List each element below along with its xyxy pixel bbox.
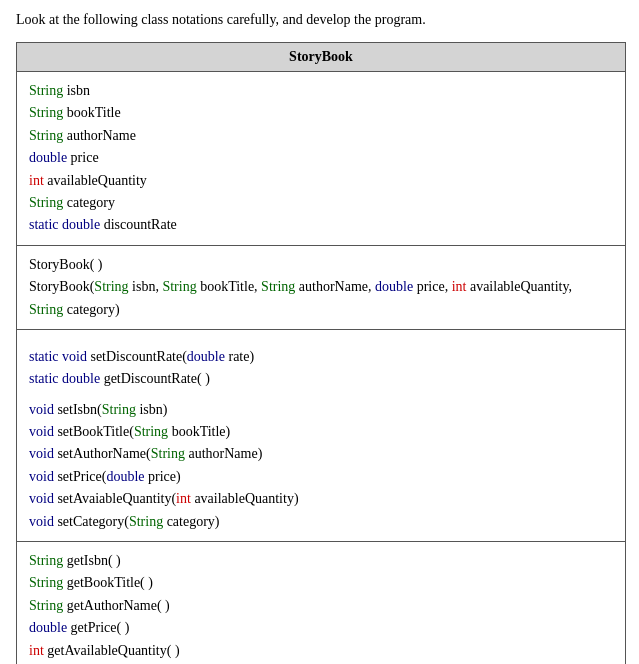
method-setprice: void setPrice(double price) (29, 466, 613, 488)
constructor-params-cont: String category) (29, 299, 613, 321)
intro-text: Look at the following class notations ca… (16, 12, 623, 28)
static-methods-section: static void setDiscountRate(double rate)… (17, 330, 625, 542)
method-getavailablequantity: int getAvailableQuantity( ) (29, 640, 613, 662)
constructors-section: StoryBook( ) StoryBook(String isbn, Stri… (17, 246, 625, 330)
method-getisbn: String getIsbn( ) (29, 550, 613, 572)
field-price: double price (29, 147, 613, 169)
method-setdiscountrate: static void setDiscountRate(double rate) (29, 346, 613, 368)
method-getprice: double getPrice( ) (29, 617, 613, 639)
field-discountrate: static double discountRate (29, 214, 613, 236)
method-getdiscountrate: static double getDiscountRate( ) (29, 368, 613, 390)
method-getauthorname: String getAuthorName( ) (29, 595, 613, 617)
field-availablequantity: int availableQuantity (29, 170, 613, 192)
method-setbooktitle: void setBookTitle(String bookTitle) (29, 421, 613, 443)
field-category: String category (29, 192, 613, 214)
field-isbn: String isbn (29, 80, 613, 102)
constructor-default: StoryBook( ) (29, 254, 613, 276)
field-authorname: String authorName (29, 125, 613, 147)
fields-section: String isbn String bookTitle String auth… (17, 72, 625, 246)
class-diagram: StoryBook String isbn String bookTitle S… (16, 42, 626, 664)
getters-section: String getIsbn( ) String getBookTitle( )… (17, 542, 625, 664)
class-title: StoryBook (17, 43, 625, 72)
constructor-params: StoryBook(String isbn, String bookTitle,… (29, 276, 613, 298)
method-setisbn: void setIsbn(String isbn) (29, 399, 613, 421)
method-getbooktitle: String getBookTitle( ) (29, 572, 613, 594)
method-setavailablequantity: void setAvaiableQuantity(int availableQu… (29, 488, 613, 510)
field-booktitle: String bookTitle (29, 102, 613, 124)
method-setcategory: void setCategory(String category) (29, 511, 613, 533)
method-setauthorname: void setAuthorName(String authorName) (29, 443, 613, 465)
